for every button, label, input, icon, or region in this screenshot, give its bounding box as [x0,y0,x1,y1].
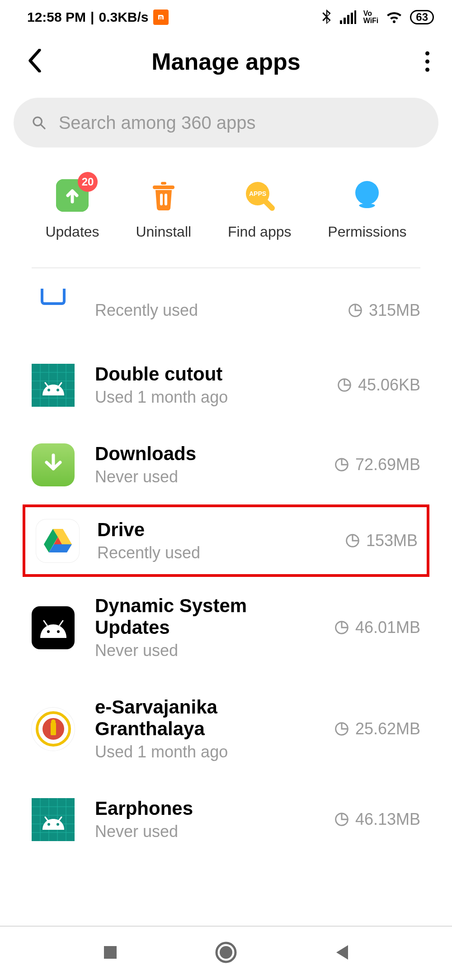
app-list[interactable]: Recently used 315MB Double cutout Used 1… [0,268,452,859]
svg-point-15 [355,181,379,205]
app-row[interactable]: Double cutout Used 1 month ago 45.06KB [0,345,452,425]
app-sub: Never used [95,641,314,660]
quick-find-apps[interactable]: APPS Find apps [228,179,292,240]
svg-rect-12 [165,194,167,205]
permissions-icon [351,179,383,212]
triangle-left-icon [334,943,350,961]
app-sub: Used 1 month ago [95,742,314,761]
app-name: Dynamic System Updates [95,595,314,638]
trash-icon [147,179,180,212]
nav-back-button[interactable] [334,943,350,963]
svg-rect-5 [354,10,356,24]
svg-line-35 [44,621,47,625]
svg-rect-2 [344,18,346,24]
emblem-icon [35,711,71,747]
page-title: Manage apps [151,48,300,75]
svg-point-27 [56,389,59,391]
svg-point-33 [47,630,50,633]
search-icon [32,115,46,130]
chevron-left-icon [27,49,42,72]
nav-recent-button[interactable] [102,944,118,962]
quick-updates[interactable]: 20 Updates [45,179,99,240]
app-icon-esg [32,708,75,751]
storage-icon [334,722,349,736]
app-row[interactable]: Earphones Never used 46.13MB [0,780,452,859]
wifi-icon [386,10,403,24]
svg-point-41 [51,719,56,724]
storage-icon [348,303,363,318]
nav-bar [0,926,452,980]
app-icon-android [32,364,75,407]
quick-permissions[interactable]: Permissions [328,179,406,240]
updates-badge: 20 [78,172,98,192]
svg-point-59 [220,946,232,959]
quick-uninstall-label: Uninstall [136,224,191,240]
app-size-value: 46.01MB [355,618,420,637]
storage-icon [337,378,352,392]
app-size-value: 72.69MB [355,455,420,474]
app-name: e-Sarvajanika Granthalaya [95,696,314,740]
svg-point-52 [47,823,50,826]
app-row[interactable]: Downloads Never used 72.69MB [0,425,452,504]
app-sub: Recently used [97,543,327,562]
svg-rect-9 [161,182,166,185]
quick-permissions-label: Permissions [328,224,406,240]
svg-line-7 [41,124,45,128]
vowifi-icon: Vo WiFi [363,10,379,24]
header: Manage apps [0,30,452,93]
svg-point-34 [57,630,60,633]
signal-icon [340,10,356,24]
battery-icon: 63 [410,10,434,24]
app-size-value: 25.62MB [355,719,420,738]
back-button[interactable] [27,49,42,74]
svg-rect-3 [347,15,349,24]
search-input[interactable] [59,113,420,133]
app-row-drive[interactable]: Drive Recently used 153MB [36,519,418,562]
highlighted-app: Drive Recently used 153MB [23,504,429,577]
android-icon [38,616,69,639]
storage-icon [334,457,349,472]
android-icon [32,798,75,841]
status-sep: | [90,10,94,25]
app-size-value: 46.13MB [355,810,420,829]
svg-line-36 [60,621,63,625]
svg-rect-57 [104,946,117,959]
app-row[interactable]: e-Sarvajanika Granthalaya Used 1 month a… [0,678,452,780]
app-icon-drive [36,519,79,562]
vo-bot: WiFi [363,17,379,24]
storage-icon [345,533,360,548]
updates-icon: 20 [56,179,89,212]
app-sub: Never used [95,822,314,841]
app-size-value: 153MB [366,531,418,550]
quick-uninstall[interactable]: Uninstall [136,179,191,240]
vo-top: Vo [363,10,379,17]
svg-text:APPS: APPS [249,190,266,197]
quick-find-label: Find apps [228,224,292,240]
app-sub: Never used [95,467,314,486]
download-icon [40,452,66,478]
app-name: Earphones [95,798,314,819]
app-icon-dsu [32,606,75,649]
app-size-value: 45.06KB [358,376,420,395]
app-name: Double cutout [95,363,317,385]
search-bar[interactable] [14,98,438,147]
svg-rect-40 [51,723,56,735]
quick-actions: 20 Updates Uninstall APPS Find apps Perm… [0,147,452,267]
svg-rect-10 [153,186,174,189]
svg-rect-11 [160,194,163,205]
status-bar: 12:58 PM | 0.3KB/s Vo WiFi 63 [0,0,452,30]
app-icon-partial [32,289,75,332]
status-net: 0.3KB/s [99,10,148,25]
storage-icon [334,812,349,827]
app-icon-earphones [32,798,75,841]
storage-icon [334,620,349,635]
app-row[interactable]: Recently used 315MB [0,268,452,345]
svg-point-26 [47,389,50,391]
app-icon-downloads [32,443,75,486]
app-row[interactable]: Dynamic System Updates Never used 46.01M… [0,577,452,678]
mi-icon [153,10,169,25]
nav-home-button[interactable] [215,941,237,966]
status-right: Vo WiFi 63 [321,9,434,25]
app-sub: Recently used [95,301,328,320]
more-menu-button[interactable] [425,52,429,72]
